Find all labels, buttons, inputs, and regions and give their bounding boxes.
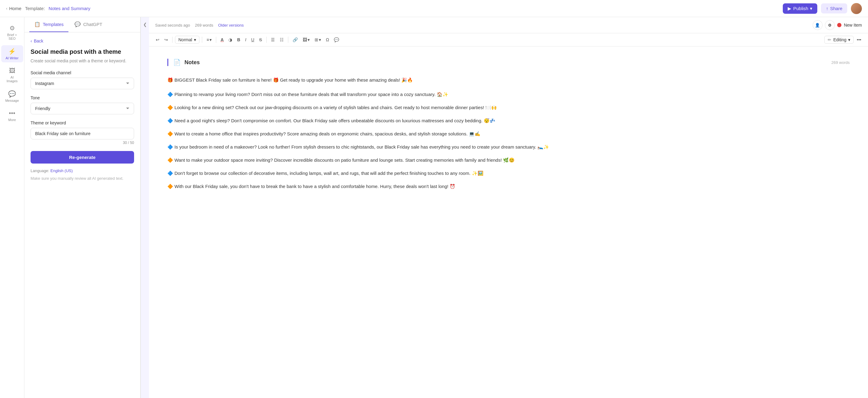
highlight-icon: ◑: [228, 37, 232, 42]
toolbar-divider-4: [266, 37, 267, 43]
editor-meta-right: 👤 ⚙ New Item: [813, 20, 862, 30]
saved-status: Saved seconds ago: [155, 23, 190, 28]
numbered-list-button[interactable]: ☷: [278, 36, 285, 44]
panel-description: Create social media post with a theme or…: [31, 58, 134, 64]
regenerate-button[interactable]: Re-generate: [31, 151, 134, 164]
panel-collapse-button[interactable]: ❮: [141, 17, 149, 398]
editor-content[interactable]: 📄 Notes 269 words 🎁 BIGGEST Black Friday…: [149, 47, 868, 398]
chevron-left-back-icon: ‹: [31, 38, 32, 44]
back-button[interactable]: ‹ Back: [31, 38, 134, 44]
new-item-dot: [837, 23, 841, 27]
template-name[interactable]: Notes and Summary: [49, 6, 90, 11]
language-row: Language: English (US): [31, 168, 134, 173]
redo-button[interactable]: ↪: [162, 36, 170, 44]
theme-input[interactable]: [31, 128, 134, 139]
share-button[interactable]: ↑ Share: [821, 3, 847, 13]
strikethrough-icon: S: [259, 37, 262, 42]
tone-group: Tone Friendly Professional Casual Formal: [31, 95, 134, 114]
sidebar-item-more[interactable]: ••• More: [1, 107, 23, 124]
bold-button[interactable]: B: [235, 36, 242, 44]
image-dropdown-icon: ▾: [308, 37, 310, 42]
editor-toolbar: ↩ ↪ Normal ▾ ≡ ▾ A ◑ B: [149, 33, 868, 47]
special-char-icon: Ω: [326, 37, 329, 42]
content-point-6: 🔶 Want to make your outdoor space more i…: [167, 156, 850, 164]
numbered-list-icon: ☷: [280, 37, 284, 42]
more-options-button[interactable]: •••: [855, 36, 863, 44]
doc-header: 📄 Notes 269 words: [167, 59, 850, 66]
tone-label: Tone: [31, 95, 134, 100]
sidebar-item-brief-seo[interactable]: ⚙ Brief + SEO: [1, 22, 23, 43]
older-versions-link[interactable]: Older versions: [218, 23, 244, 28]
table-dropdown-icon: ▾: [319, 37, 321, 42]
strikethrough-button[interactable]: S: [257, 36, 264, 44]
style-chevron-icon: ▾: [194, 37, 196, 42]
bold-icon: B: [237, 37, 240, 42]
theme-group: Theme or keyword 30 / 50: [31, 120, 134, 145]
toolbar-divider-2: [202, 37, 202, 43]
topbar: ‹ Home Template: Notes and Summary ▶ Pub…: [0, 0, 868, 17]
sidebar-item-ai-writer[interactable]: ⚡ AI Writer: [1, 45, 23, 62]
publish-label: Publish: [793, 6, 808, 11]
style-selector[interactable]: Normal ▾: [175, 36, 199, 44]
underline-icon: U: [251, 37, 254, 42]
doc-icon: 📄: [173, 59, 181, 66]
tab-chatgpt[interactable]: 💬 ChatGPT: [70, 17, 107, 32]
comment-button[interactable]: 💬: [332, 36, 341, 44]
highlight-button[interactable]: ◑: [227, 36, 234, 44]
settings-meta-button[interactable]: ⚙: [825, 20, 835, 30]
icon-sidebar: ⚙ Brief + SEO ⚡ AI Writer 🖼 AI Images 💬 …: [0, 17, 25, 398]
toolbar-divider-5: [288, 37, 288, 43]
align-button[interactable]: ≡ ▾: [205, 36, 214, 44]
link-button[interactable]: 🔗: [291, 36, 300, 44]
link-icon: 🔗: [292, 37, 298, 42]
bullet-list-button[interactable]: ☰: [269, 36, 277, 44]
channel-group: Social media channel Instagram Facebook …: [31, 70, 134, 89]
avatar[interactable]: [851, 3, 862, 14]
text-color-button[interactable]: A: [219, 36, 225, 44]
avatar-image: [851, 3, 862, 14]
table-button[interactable]: ⊞ ▾: [313, 36, 323, 44]
content-point-8: 🔶 With our Black Friday sale, you don't …: [167, 182, 850, 191]
undo-button[interactable]: ↩: [154, 36, 161, 44]
templates-tab-icon: 📋: [34, 21, 40, 27]
doc-title: Notes: [184, 59, 200, 66]
toolbar-divider-3: [216, 37, 216, 43]
char-count: 30 / 50: [31, 141, 134, 145]
word-count: 269 words: [195, 23, 213, 28]
panel: 📋 Templates 💬 ChatGPT ‹ Back Social medi…: [25, 17, 141, 398]
language-link[interactable]: English (US): [51, 168, 73, 173]
special-char-button[interactable]: Ω: [324, 36, 331, 44]
image-button[interactable]: 🖼 ▾: [301, 36, 312, 44]
chevron-left-icon: ‹: [6, 6, 7, 11]
channel-label: Social media channel: [31, 70, 134, 75]
image-icon: 🖼: [9, 67, 15, 74]
disclaimer-text: Make sure you manually review all AI gen…: [31, 175, 134, 181]
pencil-icon: ✏: [828, 37, 831, 42]
publish-icon: ▶: [788, 6, 791, 11]
editing-mode-selector[interactable]: ✏ Editing ▾: [824, 36, 854, 44]
sidebar-label-message: Message: [5, 99, 19, 103]
text-color-icon: A: [220, 37, 223, 42]
collaborator-button[interactable]: 👤: [813, 20, 823, 30]
new-item-badge: New Item: [837, 23, 862, 28]
more-options-icon: •••: [857, 37, 861, 42]
content-point-2: 🔶 Looking for a new dining set? Check ou…: [167, 103, 850, 112]
align-chevron-icon: ▾: [210, 37, 212, 42]
italic-button[interactable]: I: [243, 36, 248, 44]
theme-label: Theme or keyword: [31, 120, 134, 125]
publish-button[interactable]: ▶ Publish ▾: [783, 3, 817, 14]
sidebar-item-ai-images[interactable]: 🖼 AI Images: [1, 65, 23, 85]
italic-icon: I: [245, 37, 246, 42]
settings-icon: ⚙: [828, 23, 832, 28]
tone-select[interactable]: Friendly Professional Casual Formal: [31, 103, 134, 114]
tab-templates[interactable]: 📋 Templates: [29, 17, 68, 32]
image-insert-icon: 🖼: [303, 37, 307, 42]
channel-select[interactable]: Instagram Facebook Twitter LinkedIn TikT…: [31, 78, 134, 89]
sidebar-item-message[interactable]: 💬 Message: [1, 88, 23, 105]
editing-chevron-icon: ▾: [848, 37, 850, 42]
toolbar-divider-1: [172, 37, 173, 43]
home-button[interactable]: ‹ Home: [6, 6, 21, 11]
underline-button[interactable]: U: [249, 36, 256, 44]
content-point-3: 🔷 Need a good night's sleep? Don't compr…: [167, 116, 850, 125]
content-body: 🎁 BIGGEST Black Friday sale on furniture…: [167, 76, 850, 191]
